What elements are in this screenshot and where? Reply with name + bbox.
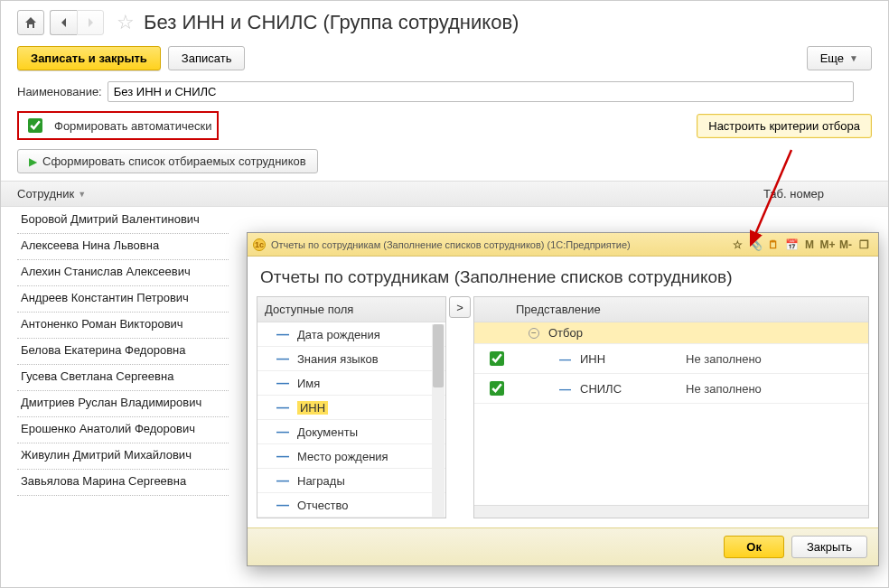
generate-list-label: Сформировать список отбираемых сотрудник… (42, 154, 306, 168)
available-field-label: ИНН (297, 401, 328, 415)
col-header-representation[interactable]: Представление (510, 297, 682, 322)
available-field-label: Награды (297, 474, 345, 488)
available-field-row[interactable]: —Документы (257, 420, 445, 444)
popup-footer: Ок Закрыть (248, 527, 878, 565)
field-icon: — (276, 400, 290, 415)
available-field-label: Имя (297, 377, 320, 390)
caret-down-icon: ▼ (849, 53, 858, 63)
field-icon: — (276, 376, 290, 390)
available-fields-list[interactable]: —Дата рождения—Знания языков—Имя—ИНН—Док… (257, 322, 445, 518)
filter-row-checkbox[interactable] (490, 381, 504, 396)
top-toolbar: ☆ Без ИНН и СНИЛС (Группа сотрудников) (1, 1, 888, 39)
table-row[interactable]: Андреев Константин Петрович (17, 286, 229, 313)
collapse-icon[interactable]: − (529, 328, 539, 339)
filter-value-label: Не заполнено (686, 352, 865, 366)
field-icon: — (276, 351, 290, 366)
home-button[interactable] (17, 10, 44, 35)
ok-button[interactable]: Ок (724, 536, 784, 558)
mem-mminus-button[interactable]: M- (837, 238, 855, 251)
window-restore-icon[interactable]: ❐ (855, 238, 873, 251)
command-bar: Записать и закрыть Записать Еще ▼ (1, 39, 888, 78)
available-fields-panel: Доступные поля —Дата рождения—Знания язы… (257, 296, 446, 518)
available-field-row[interactable]: —Знания языков (257, 347, 445, 371)
available-field-row[interactable]: —Отчество (257, 493, 445, 518)
available-field-row[interactable]: —Дата рождения (257, 322, 445, 347)
save-button[interactable]: Записать (168, 46, 246, 70)
generate-list-button[interactable]: ▶ Сформировать список отбираемых сотрудн… (17, 149, 318, 173)
employee-list: Боровой Дмитрий ВалентиновичАлексеева Ни… (1, 207, 245, 499)
sort-caret-icon: ▼ (78, 190, 86, 199)
filter-body: − Отбор —ИНННе заполнено—СНИЛСНе заполне… (474, 322, 868, 505)
save-and-close-button[interactable]: Записать и закрыть (17, 46, 161, 70)
scrollbar[interactable] (432, 324, 444, 517)
available-field-row[interactable]: —ИНН (257, 396, 445, 420)
close-button[interactable]: Закрыть (791, 536, 867, 558)
table-row[interactable]: Завьялова Марина Сергеевна (17, 470, 229, 496)
favorite-icon[interactable]: ☆ (728, 238, 746, 251)
auto-generate-checkbox[interactable] (28, 118, 42, 133)
nav-back-button[interactable] (50, 10, 77, 35)
available-fields-header: Доступные поля (257, 297, 445, 322)
field-icon: — (276, 425, 290, 439)
field-icon: — (276, 473, 290, 488)
field-icon: — (276, 327, 290, 341)
available-field-row[interactable]: —Место рождения (257, 444, 445, 469)
available-field-row[interactable]: —Имя (257, 371, 445, 396)
h-scrollbar[interactable] (474, 505, 868, 518)
col-header-employee[interactable]: Сотрудник ▼ (17, 187, 763, 201)
field-icon: — (559, 352, 571, 366)
favorite-star-icon[interactable]: ☆ (117, 11, 135, 34)
filter-category-row[interactable]: − Отбор (474, 322, 868, 344)
available-field-label: Место рождения (297, 450, 388, 463)
filter-row-checkbox[interactable] (490, 351, 504, 366)
table-row[interactable]: Алехин Станислав Алексеевич (17, 260, 229, 286)
name-input[interactable] (108, 81, 854, 102)
col-header-tab-number[interactable]: Таб. номер (763, 187, 872, 201)
filter-field-label: ИНН (580, 352, 605, 366)
app-logo-icon: 1c (253, 238, 266, 251)
filter-popup: 1c Отчеты по сотрудникам (Заполнение спи… (247, 232, 879, 566)
table-row[interactable]: Алексеева Нина Львовна (17, 234, 229, 260)
popup-title-text: Отчеты по сотрудникам (Заполнение списко… (271, 239, 728, 250)
attach-icon[interactable]: 📎 (746, 238, 764, 251)
available-field-label: Отчество (297, 499, 349, 512)
name-field-row: Наименование: (1, 78, 888, 106)
available-field-label: Дата рождения (297, 328, 380, 341)
field-icon: — (276, 498, 290, 512)
table-row[interactable]: Дмитриев Руслан Владимирович (17, 391, 229, 417)
table-row[interactable]: Белова Екатерина Федоровна (17, 339, 229, 365)
field-icon: — (276, 449, 290, 463)
table-row[interactable]: Ерошенко Анатолий Федорович (17, 417, 229, 443)
more-button-label: Еще (820, 51, 844, 65)
filter-value-label: Не заполнено (686, 382, 865, 396)
table-row[interactable]: Живулин Дмитрий Михайлович (17, 443, 229, 470)
available-field-label: Знания языков (297, 352, 379, 366)
filter-field-label: СНИЛС (580, 382, 622, 396)
available-field-row[interactable]: —Награды (257, 469, 445, 493)
field-icon: — (559, 382, 571, 396)
table-row[interactable]: Боровой Дмитрий Валентинович (17, 210, 229, 234)
auto-generate-label: Формировать автоматически (54, 119, 211, 133)
filter-row[interactable]: —СНИЛСНе заполнено (474, 374, 868, 404)
nav-forward-button[interactable] (77, 10, 104, 35)
mem-m-button[interactable]: M (800, 238, 819, 251)
calc-icon[interactable]: 🗒 (764, 238, 782, 251)
calendar-icon[interactable]: 📅 (782, 238, 800, 251)
table-row[interactable]: Гусева Светлана Сергеевна (17, 365, 229, 391)
filter-panel: Представление − Отбор —ИНННе заполнено—С… (473, 296, 869, 518)
name-label: Наименование: (17, 85, 102, 98)
filter-category-label: Отбор (548, 326, 583, 340)
configure-criteria-button[interactable]: Настроить критерии отбора (697, 114, 872, 138)
auto-generate-highlight: Формировать автоматически (17, 111, 219, 140)
available-field-label: Документы (297, 425, 358, 439)
play-icon: ▶ (29, 155, 37, 168)
popup-titlebar[interactable]: 1c Отчеты по сотрудникам (Заполнение спи… (248, 233, 878, 257)
mem-mplus-button[interactable]: M+ (819, 238, 837, 251)
more-button[interactable]: Еще ▼ (807, 46, 872, 70)
table-row[interactable]: Антоненко Роман Викторович (17, 313, 229, 339)
add-field-button[interactable]: > (449, 296, 471, 318)
filter-row[interactable]: —ИНННе заполнено (474, 344, 868, 374)
popup-heading: Отчеты по сотрудникам (Заполнение списко… (248, 257, 878, 293)
page-title: Без ИНН и СНИЛС (Группа сотрудников) (144, 11, 519, 34)
